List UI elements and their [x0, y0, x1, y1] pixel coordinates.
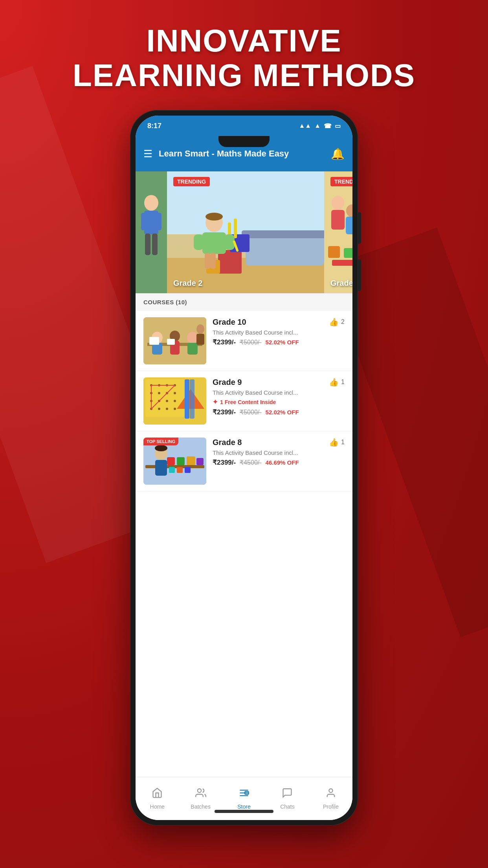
phone-icon: ☎ [324, 122, 332, 130]
course-thumb-bg-1 [143, 317, 206, 364]
course-thumb-grade9 [143, 377, 206, 425]
svg-point-57 [166, 400, 168, 402]
price-original-grade8: ₹4500/- [240, 459, 261, 466]
svg-rect-31 [344, 248, 352, 258]
svg-point-79 [197, 789, 201, 793]
banner-item-left [136, 171, 167, 293]
svg-rect-72 [177, 457, 185, 465]
likes-icon-grade10: 👍 [329, 317, 339, 327]
svg-rect-76 [177, 467, 183, 473]
course-likes-grade9: 👍 1 [329, 377, 345, 387]
svg-rect-70 [155, 460, 167, 476]
status-time: 8:17 [147, 122, 161, 130]
course-desc-grade10: This Activity Based Course incl... [213, 329, 345, 336]
course-info-grade8: Grade 8 👍 1 This Activity Based Course i… [213, 438, 345, 467]
course-info-grade10: Grade 10 👍 2 This Activity Based Course … [213, 317, 345, 346]
svg-rect-74 [196, 458, 204, 465]
svg-point-54 [174, 392, 176, 394]
svg-point-61 [166, 408, 168, 410]
price-discount-grade8: 46.69% OFF [266, 459, 299, 466]
chats-icon [282, 787, 293, 801]
notification-bell-icon[interactable]: 🔔 [331, 147, 345, 160]
svg-point-39 [187, 332, 198, 344]
banner-item-main[interactable]: TRENDING Grade 2 [167, 171, 324, 293]
trending-badge-main: TRENDING [173, 177, 210, 186]
banner-bg-left [136, 171, 167, 293]
price-current-grade8: ₹2399/- [213, 458, 236, 467]
course-title-grade10: Grade 10 [213, 318, 246, 327]
top-selling-badge: TOP SELLING [143, 438, 178, 445]
course-likes-grade10: 👍 2 [329, 317, 345, 327]
free-content-text: 1 Free Content Inside [220, 399, 276, 405]
likes-count-grade10: 2 [341, 318, 345, 326]
svg-rect-32 [332, 260, 352, 266]
courses-header: COURSES (10) [136, 293, 352, 311]
svg-rect-27 [331, 210, 345, 230]
banner-grade-right: Grade [330, 279, 352, 288]
svg-point-26 [332, 196, 344, 210]
phone-inner: 8:17 ▲▲ ▲ ☎ ▭ ☰ Learn Smart - Maths Made… [136, 116, 352, 820]
svg-rect-66 [190, 379, 194, 419]
price-original-grade10: ₹5000/- [240, 338, 261, 346]
course-title-row-grade9: Grade 9 👍 1 [213, 377, 345, 387]
price-current-grade9: ₹2399/- [213, 408, 236, 416]
svg-rect-11 [242, 230, 324, 238]
nav-item-chats[interactable]: Chats [266, 777, 309, 820]
free-content-icon: ✦ [213, 398, 218, 406]
svg-point-84 [329, 789, 332, 793]
svg-rect-68 [145, 465, 204, 468]
course-thumb-grade10 [143, 317, 206, 364]
svg-rect-4 [158, 213, 161, 230]
svg-point-78 [155, 445, 167, 451]
svg-rect-75 [169, 467, 175, 473]
price-original-grade9: ₹5000/- [240, 408, 261, 416]
likes-icon-grade8: 👍 [329, 438, 339, 447]
course-desc-grade9: This Activity Based Course incl... [213, 389, 345, 396]
course-thumb-bg-2 [143, 377, 206, 425]
nav-item-batches[interactable]: Batches [179, 777, 222, 820]
signal-icon: ▲▲ [299, 122, 311, 129]
svg-point-60 [158, 408, 160, 410]
price-current-grade10: ₹2399/- [213, 338, 236, 346]
wifi-icon: ▲ [314, 122, 321, 129]
banner-item-right: TRENDING Grade [324, 171, 352, 293]
course-thumb-grade8: TOP SELLING [143, 438, 206, 485]
svg-rect-40 [187, 343, 198, 355]
svg-rect-16 [234, 219, 237, 238]
likes-count-grade8: 1 [341, 439, 345, 446]
nav-item-profile[interactable]: Profile [309, 777, 352, 820]
svg-rect-77 [185, 467, 191, 473]
trending-badge-right: TRENDING [330, 177, 352, 186]
svg-point-62 [174, 408, 176, 410]
course-item-grade9[interactable]: Grade 9 👍 1 This Activity Based Course i… [136, 371, 352, 431]
course-pricing-grade8: ₹2399/- ₹4500/- 46.69% OFF [213, 458, 345, 467]
menu-icon[interactable]: ☰ [143, 149, 152, 159]
course-title-grade9: Grade 9 [213, 378, 242, 387]
banner-main-bg [167, 171, 324, 293]
nav-label-batches: Batches [191, 804, 211, 810]
banner-section: TRENDING Grade 2 [136, 171, 352, 293]
course-item-grade10[interactable]: Grade 10 👍 2 This Activity Based Course … [136, 311, 352, 371]
svg-point-43 [196, 324, 204, 334]
svg-rect-23 [210, 253, 216, 269]
banner-grade-main: Grade 2 [173, 279, 202, 288]
svg-rect-73 [187, 456, 195, 465]
status-bar: 8:17 ▲▲ ▲ ☎ ▭ [136, 116, 352, 136]
nav-item-store[interactable]: Store [222, 777, 266, 820]
nav-item-home[interactable]: Home [136, 777, 179, 820]
course-list: Grade 10 👍 2 This Activity Based Course … [136, 311, 352, 777]
nav-label-profile: Profile [323, 804, 339, 810]
hero-line1: INNOVATIVE [24, 24, 464, 58]
banner-bg-right [324, 171, 352, 293]
phone-wrapper: 8:17 ▲▲ ▲ ☎ ▭ ☰ Learn Smart - Maths Made… [130, 110, 358, 826]
course-item-grade8[interactable]: TOP SELLING Grade 8 👍 1 This Activity Ba… [136, 431, 352, 491]
app-content: TRENDING Grade 2 [136, 171, 352, 777]
svg-point-24 [205, 213, 223, 221]
bottom-nav: Home Batches [136, 777, 352, 820]
batches-icon [195, 787, 206, 801]
svg-rect-6 [152, 234, 158, 255]
nav-label-home: Home [150, 804, 165, 810]
svg-rect-18 [202, 232, 226, 254]
svg-rect-2 [144, 211, 158, 234]
app-title: Learn Smart - Maths Made Easy [159, 148, 325, 160]
